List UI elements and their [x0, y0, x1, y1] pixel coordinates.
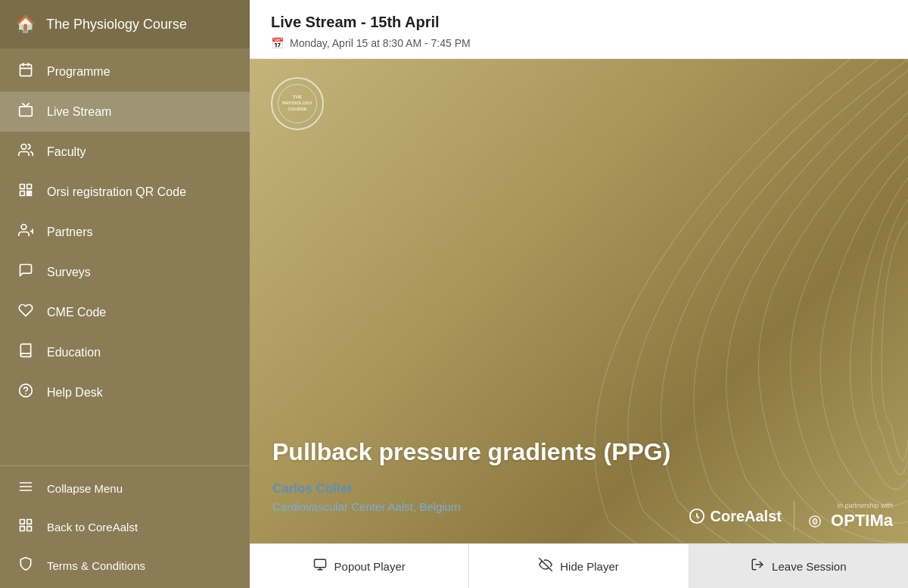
leave-label: Leave Session — [772, 560, 846, 573]
svg-rect-10 — [30, 191, 32, 193]
sidebar-item-label: Education — [47, 346, 101, 359]
svg-point-13 — [21, 225, 26, 230]
calendar-icon: 📅 — [271, 37, 284, 49]
grid-icon — [17, 518, 35, 537]
stream-date: 📅 Monday, April 15 at 8:30 AM - 7:45 PM — [271, 37, 887, 49]
sidebar-item-label: Help Desk — [47, 386, 103, 400]
hide-player-button[interactable]: Hide Player — [469, 544, 689, 588]
hide-label: Hide Player — [560, 560, 619, 573]
surveys-icon — [17, 263, 35, 282]
svg-rect-6 — [20, 185, 25, 189]
hide-icon — [539, 558, 552, 574]
logo-text: THEPHYSIOLOGYCOURSE — [282, 95, 313, 112]
sidebar-item-label: Orsi registration QR Code — [47, 185, 186, 199]
coreaalst-logo-icon — [689, 508, 705, 524]
sidebar-item-orsi-qr[interactable]: Orsi registration QR Code — [0, 172, 250, 212]
svg-rect-11 — [27, 194, 29, 196]
svg-rect-9 — [27, 191, 30, 194]
help-icon — [17, 383, 35, 402]
svg-rect-4 — [20, 107, 33, 117]
popout-icon — [313, 558, 327, 574]
main-content: Live Stream - 15th April 📅 Monday, April… — [250, 0, 908, 588]
leave-icon — [751, 558, 764, 574]
svg-rect-0 — [20, 64, 32, 76]
stream-header: Live Stream - 15th April 📅 Monday, April… — [250, 0, 908, 59]
sidebar-item-label: Live Stream — [47, 105, 111, 119]
logo-circle: THEPHYSIOLOGYCOURSE — [271, 77, 324, 130]
footer-item-label: Back to CoreAalst — [47, 521, 138, 534]
video-branding: CoreAalst In partnership with OPTIMa — [689, 501, 893, 531]
sidebar-title: The Physiology Course — [46, 17, 187, 33]
logo-inner: THEPHYSIOLOGYCOURSE — [278, 84, 317, 123]
svg-rect-21 — [20, 520, 25, 524]
svg-rect-24 — [27, 527, 32, 531]
cme-icon — [17, 303, 35, 322]
sidebar-header[interactable]: 🏠 The Physiology Course — [0, 0, 250, 48]
sidebar-item-education[interactable]: Education — [0, 332, 250, 372]
video-player: THEPHYSIOLOGYCOURSE Pullback pressure gr… — [250, 59, 908, 543]
stream-date-text: Monday, April 15 at 8:30 AM - 7:45 PM — [290, 37, 471, 49]
sidebar-nav: Programme Live Stream Faculty Orsi regis… — [0, 48, 250, 465]
optima-brand: In partnership with OPTIMa — [807, 502, 893, 530]
coreaalst-brand: CoreAalst — [689, 508, 781, 525]
sidebar-item-label: Programme — [47, 65, 110, 79]
sidebar-footer: Collapse Menu Back to CoreAalst Terms & … — [0, 465, 250, 588]
svg-rect-8 — [20, 191, 25, 196]
svg-point-5 — [21, 145, 26, 150]
svg-rect-23 — [20, 527, 25, 531]
svg-rect-12 — [30, 194, 32, 196]
home-icon: 🏠 — [15, 14, 36, 34]
sidebar-item-label: CME Code — [47, 306, 106, 319]
sidebar-item-cme-code[interactable]: CME Code — [0, 292, 250, 332]
player-controls: Popout Player Hide Player Leave Session — [250, 543, 908, 588]
programme-icon — [17, 62, 35, 81]
partnership-label: In partnership with — [807, 502, 893, 509]
svg-rect-7 — [27, 185, 32, 189]
svg-rect-26 — [314, 559, 325, 568]
brand-divider — [794, 501, 794, 531]
education-icon — [17, 343, 35, 362]
shield-icon — [17, 556, 35, 575]
sidebar-item-help-desk[interactable]: Help Desk — [0, 372, 250, 412]
leave-session-button[interactable]: Leave Session — [689, 544, 908, 588]
footer-item-label: Terms & Conditions — [47, 559, 145, 572]
coreaalst-label: CoreAalst — [710, 508, 781, 525]
sidebar-item-label: Surveys — [47, 266, 91, 279]
presenter-name: Carlos Collet — [272, 481, 885, 496]
sidebar-item-programme[interactable]: Programme — [0, 51, 250, 92]
sidebar-item-surveys[interactable]: Surveys — [0, 252, 250, 292]
popout-player-button[interactable]: Popout Player — [250, 544, 469, 588]
faculty-icon — [17, 142, 35, 161]
back-to-coreaalst-button[interactable]: Back to CoreAalst — [0, 508, 250, 546]
live-stream-icon — [17, 102, 35, 121]
stream-title: Live Stream - 15th April — [271, 14, 887, 31]
qr-icon — [17, 182, 35, 201]
collapse-menu-button[interactable]: Collapse Menu — [0, 469, 250, 508]
footer-item-label: Collapse Menu — [47, 482, 123, 495]
partners-icon — [17, 222, 35, 241]
popout-label: Popout Player — [334, 560, 406, 573]
sidebar-item-label: Partners — [47, 226, 92, 239]
optima-logo-icon — [807, 515, 823, 528]
collapse-icon — [17, 479, 35, 498]
sidebar-item-live-stream[interactable]: Live Stream — [0, 92, 250, 132]
svg-rect-22 — [27, 520, 32, 524]
optima-label: OPTIMa — [807, 511, 893, 530]
sidebar-item-faculty[interactable]: Faculty — [0, 132, 250, 172]
sidebar: 🏠 The Physiology Course Programme Live S… — [0, 0, 250, 588]
terms-conditions-button[interactable]: Terms & Conditions — [0, 546, 250, 585]
presentation-title: Pullback pressure gradients (PPG) — [272, 438, 885, 466]
sidebar-item-label: Faculty — [47, 145, 86, 159]
sidebar-item-partners[interactable]: Partners — [0, 212, 250, 252]
